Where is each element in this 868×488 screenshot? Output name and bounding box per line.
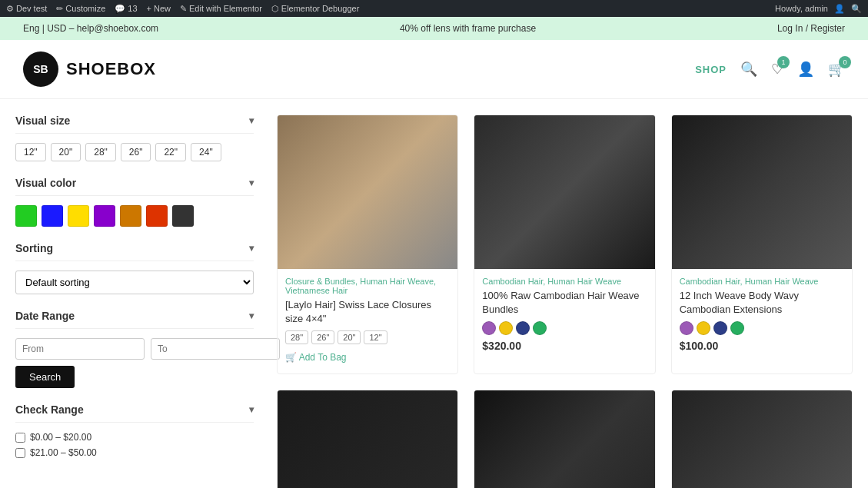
- product-card[interactable]: Cambodian Hair, Human Hair Weave100% Raw…: [474, 115, 655, 374]
- sorting-filter: Sorting ▾ Default sortingSort by popular…: [15, 242, 254, 294]
- product-card[interactable]: Closure & Bundles, Human Hair Weave, Vie…: [277, 115, 458, 374]
- edit-icon: ✎: [180, 4, 187, 14]
- product-price: $100.00: [680, 340, 844, 352]
- product-size-tag: 12": [364, 330, 387, 344]
- product-card[interactable]: Cambodian Hair, Human Hair Weave16 Inch …: [671, 390, 853, 488]
- product-color-dot: [499, 321, 513, 335]
- product-categories: Closure & Bundles, Human Hair Weave, Vie…: [285, 277, 450, 295]
- product-size-tag: 28": [285, 330, 308, 344]
- check-range-options: $0.00 – $20.00$21.00 – $50.00: [15, 432, 254, 458]
- date-range-filter: Date Range ▾ Search: [15, 310, 254, 388]
- color-swatch[interactable]: [15, 205, 37, 227]
- product-image: [672, 390, 852, 488]
- size-option[interactable]: 12": [15, 143, 46, 161]
- elementor-icon: ⬡: [271, 4, 279, 14]
- product-size-tag: 20": [338, 330, 361, 344]
- product-color-dot: [713, 321, 727, 335]
- product-color-dot: [730, 321, 744, 335]
- admin-bar-new[interactable]: + New: [147, 4, 171, 13]
- product-categories: Cambodian Hair, Human Hair Weave: [482, 277, 647, 286]
- shop-link[interactable]: SHOP: [695, 64, 727, 75]
- wp-icon: ⚙: [6, 4, 14, 14]
- check-range-checkbox[interactable]: [15, 433, 25, 443]
- product-card[interactable]: Cambodian Hair, Human Hair Weave14 Inche…: [277, 390, 458, 488]
- check-range-item: $0.00 – $20.00: [15, 432, 254, 443]
- admin-greeting: Howdy, admin: [775, 4, 828, 13]
- info-bar-left[interactable]: Eng | USD – help@shoebox.com: [23, 23, 158, 34]
- date-inputs: [15, 338, 254, 360]
- product-colors: [680, 321, 844, 335]
- product-color-dot: [482, 321, 496, 335]
- chevron-down-icon: ▾: [249, 178, 254, 188]
- admin-bar-edit-elementor[interactable]: ✎ Edit with Elementor: [180, 4, 262, 14]
- comment-icon: 💬: [115, 4, 125, 14]
- product-info: Cambodian Hair, Human Hair Weave100% Raw…: [474, 269, 654, 360]
- check-range-checkbox[interactable]: [15, 448, 25, 458]
- product-card[interactable]: Cambodian Hair, Human Hair Weave12 Inch …: [671, 115, 853, 374]
- color-swatch[interactable]: [172, 205, 194, 227]
- add-to-bag-button[interactable]: 🛒 Add To Bag: [285, 349, 347, 366]
- color-swatch[interactable]: [120, 205, 141, 227]
- sidebar: Visual size ▾ 12"20"28"26"22"24" Visual …: [8, 115, 261, 488]
- visual-size-title[interactable]: Visual size ▾: [15, 115, 254, 134]
- size-option[interactable]: 22": [155, 143, 186, 161]
- product-name: [Laylo Hair] Swiss Lace Closures size 4×…: [285, 298, 450, 326]
- visual-color-title[interactable]: Visual color ▾: [15, 177, 254, 196]
- check-range-item: $21.00 – $50.00: [15, 447, 254, 458]
- product-info: Cambodian Hair, Human Hair Weave12 Inch …: [672, 269, 852, 360]
- date-range-title[interactable]: Date Range ▾: [15, 310, 254, 329]
- product-color-dot: [533, 321, 547, 335]
- sorting-title[interactable]: Sorting ▾: [15, 242, 254, 261]
- admin-bar-elementor-debugger[interactable]: ⬡ Elementor Debugger: [271, 4, 360, 14]
- wishlist-icon[interactable]: ♡ 1: [771, 61, 783, 78]
- admin-bar-comments[interactable]: 💬 13: [115, 4, 137, 14]
- date-search-button[interactable]: Search: [15, 366, 75, 388]
- promo-text: 40% off lens with frame purchase: [400, 23, 536, 34]
- product-grid: Closure & Bundles, Human Hair Weave, Vie…: [277, 115, 853, 488]
- wishlist-badge: 1: [777, 56, 790, 68]
- color-swatch[interactable]: [68, 205, 89, 227]
- date-from-input[interactable]: [15, 338, 145, 360]
- product-image: [278, 390, 457, 488]
- sorting-select[interactable]: Default sortingSort by popularitySort by…: [15, 271, 254, 294]
- size-option[interactable]: 26": [121, 143, 151, 161]
- check-range-title[interactable]: Check Range ▾: [15, 403, 254, 423]
- admin-bar-right: Howdy, admin 👤 🔍: [775, 4, 862, 14]
- plus-icon: +: [147, 4, 151, 13]
- color-swatch[interactable]: [146, 205, 168, 227]
- product-categories: Cambodian Hair, Human Hair Weave: [680, 277, 844, 286]
- site-header: SB SHOEBOX SHOP 🔍 ♡ 1 👤 🛒 0: [0, 40, 868, 99]
- product-image: [474, 115, 654, 269]
- product-colors: [482, 321, 647, 335]
- product-info: Closure & Bundles, Human Hair Weave, Vie…: [278, 269, 457, 373]
- chevron-down-icon: ▾: [249, 243, 254, 254]
- product-color-dot: [516, 321, 530, 335]
- admin-bar-wp[interactable]: ⚙ Dev test: [6, 4, 47, 14]
- product-name: 100% Raw Cambodian Hair Weave Bundles: [482, 289, 647, 317]
- color-swatch[interactable]: [42, 205, 63, 227]
- size-option[interactable]: 24": [191, 143, 221, 161]
- auth-links[interactable]: Log In / Register: [777, 23, 845, 34]
- admin-avatar: 👤: [834, 4, 845, 14]
- date-to-input[interactable]: [151, 338, 280, 360]
- cart-badge: 0: [839, 56, 851, 68]
- account-icon[interactable]: 👤: [797, 61, 814, 78]
- search-icon[interactable]: 🔍: [740, 61, 757, 78]
- logo-icon: SB: [23, 51, 58, 87]
- product-card[interactable]: Human Hair Wigs, Lace Front Wigs16 Inch …: [474, 390, 655, 488]
- visual-size-filter: Visual size ▾ 12"20"28"26"22"24": [15, 115, 254, 161]
- size-option[interactable]: 20": [51, 143, 81, 161]
- cart-icon[interactable]: 🛒 0: [828, 61, 845, 78]
- admin-search-icon[interactable]: 🔍: [851, 4, 862, 14]
- chevron-down-icon: ▾: [249, 310, 254, 321]
- color-swatch[interactable]: [94, 205, 115, 227]
- size-option[interactable]: 28": [85, 143, 116, 161]
- product-color-dot: [697, 321, 710, 335]
- product-price: $320.00: [482, 340, 647, 352]
- main-content: Visual size ▾ 12"20"28"26"22"24" Visual …: [0, 99, 868, 488]
- product-color-dot: [680, 321, 693, 335]
- logo-area[interactable]: SB SHOEBOX: [23, 51, 156, 87]
- info-bar: Eng | USD – help@shoebox.com 40% off len…: [0, 17, 868, 40]
- product-size-tag: 26": [311, 330, 334, 344]
- admin-bar-customize[interactable]: ✏ Customize: [56, 4, 105, 14]
